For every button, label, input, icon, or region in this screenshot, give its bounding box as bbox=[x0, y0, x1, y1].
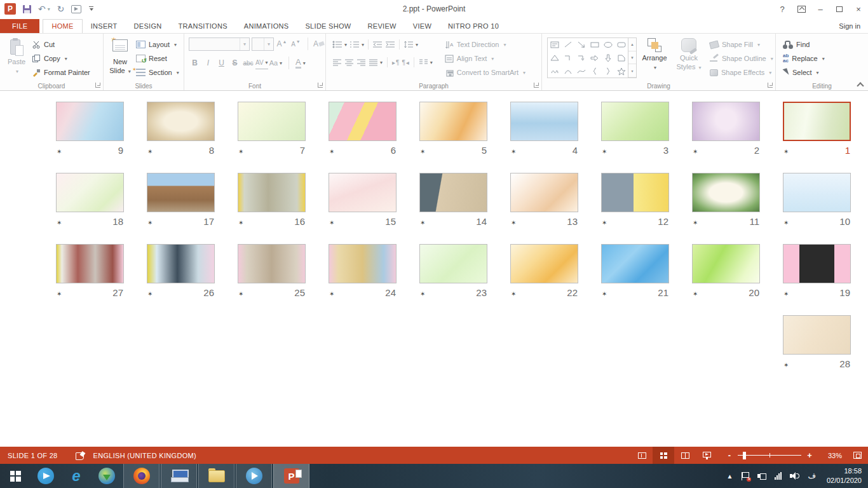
transition-star-icon[interactable]: ✶ bbox=[147, 219, 153, 226]
font-name-combo[interactable]: ▾ bbox=[189, 37, 250, 51]
slide-image-4[interactable] bbox=[510, 102, 578, 141]
shapes-gallery[interactable] bbox=[547, 37, 628, 78]
clear-formatting-button[interactable]: A bbox=[308, 37, 324, 50]
shape-arc[interactable] bbox=[563, 67, 573, 76]
transition-star-icon[interactable]: ✶ bbox=[693, 219, 698, 226]
taskbar-internet-explorer[interactable]: e bbox=[61, 464, 92, 488]
slide-image-13[interactable] bbox=[510, 173, 578, 212]
taskbar-download-manager[interactable] bbox=[92, 464, 122, 488]
slide-thumbnail-21[interactable]: ✶21 bbox=[601, 244, 669, 315]
slide-counter[interactable]: SLIDE 1 OF 28 bbox=[0, 452, 58, 459]
ltr-direction-button[interactable]: ▸¶ bbox=[391, 56, 400, 69]
justify-button[interactable]: ▾ bbox=[367, 56, 384, 69]
minimize-button[interactable]: – bbox=[811, 1, 830, 17]
tab-slide-show[interactable]: SLIDE SHOW bbox=[297, 19, 359, 33]
shape-left-brace[interactable] bbox=[590, 67, 600, 76]
shape-textbox[interactable] bbox=[550, 40, 560, 49]
shape-oval[interactable] bbox=[603, 40, 613, 49]
shape-triangle[interactable] bbox=[550, 53, 560, 62]
tray-expand-icon[interactable]: ▲ bbox=[727, 473, 733, 480]
slide-thumbnail-14[interactable]: ✶14 bbox=[419, 173, 487, 244]
slide-thumbnail-23[interactable]: ✶23 bbox=[419, 244, 487, 315]
zoom-out-button[interactable]: - bbox=[724, 451, 735, 460]
transition-star-icon[interactable]: ✶ bbox=[602, 290, 607, 297]
shape-fill-button[interactable]: Shape Fill▾ bbox=[708, 37, 775, 51]
shape-line[interactable] bbox=[563, 40, 573, 49]
slide-thumbnail-22[interactable]: ✶22 bbox=[510, 244, 578, 315]
slide-image-18[interactable] bbox=[56, 173, 124, 212]
underline-button[interactable]: U bbox=[215, 57, 227, 69]
align-text-button[interactable]: Align Text▾ bbox=[443, 51, 527, 65]
slide-image-20[interactable] bbox=[692, 244, 760, 283]
transition-star-icon[interactable]: ✶ bbox=[602, 148, 607, 155]
transition-star-icon[interactable]: ✶ bbox=[238, 148, 243, 155]
drawing-dialog-launcher[interactable] bbox=[768, 83, 773, 88]
fit-to-window-button[interactable] bbox=[853, 452, 862, 459]
reading-view-button[interactable] bbox=[674, 447, 696, 464]
slide-show-button[interactable] bbox=[696, 447, 717, 464]
slide-thumbnail-17[interactable]: ✶17 bbox=[147, 173, 215, 244]
transition-star-icon[interactable]: ✶ bbox=[693, 290, 698, 297]
paragraph-dialog-launcher[interactable] bbox=[534, 83, 539, 88]
slide-thumbnail-26[interactable]: ✶26 bbox=[147, 244, 215, 315]
taskbar-powerpoint-active[interactable]: P bbox=[273, 464, 309, 488]
input-language-indicator[interactable]: ف bbox=[808, 471, 815, 480]
tab-insert[interactable]: INSERT bbox=[83, 19, 126, 33]
close-button[interactable]: × bbox=[849, 1, 868, 17]
slide-thumbnail-19[interactable]: ✶19 bbox=[783, 244, 851, 315]
font-dialog-launcher[interactable] bbox=[318, 83, 323, 88]
shapes-more[interactable]: ▾ bbox=[628, 64, 636, 78]
new-slide-button[interactable]: ✶ NewSlide ▾ bbox=[106, 36, 134, 79]
slide-thumbnail-13[interactable]: ✶13 bbox=[510, 173, 578, 244]
slide-thumbnail-24[interactable]: ✶24 bbox=[329, 244, 397, 315]
transition-star-icon[interactable]: ✶ bbox=[420, 148, 425, 155]
language-indicator[interactable]: ENGLISH (UNITED KINGDOM) bbox=[93, 452, 196, 459]
shape-outline-button[interactable]: Shape Outline▾ bbox=[708, 51, 775, 65]
slide-image-2[interactable] bbox=[692, 102, 760, 141]
undo-dropdown-icon[interactable]: ▾ bbox=[48, 6, 50, 12]
shapes-scroll-up[interactable]: ▲ bbox=[628, 38, 636, 51]
character-spacing-button[interactable]: AV▾ bbox=[255, 57, 268, 69]
slide-thumbnail-8[interactable]: ✶8 bbox=[147, 102, 215, 173]
shape-curve[interactable] bbox=[576, 67, 587, 76]
taskbar-media-player[interactable] bbox=[236, 464, 272, 488]
slide-image-7[interactable] bbox=[238, 102, 306, 141]
bullets-button[interactable]: ▾ bbox=[331, 38, 348, 51]
strikethrough-button[interactable]: abc bbox=[242, 57, 254, 69]
transition-star-icon[interactable]: ✶ bbox=[511, 219, 516, 226]
start-slideshow-icon[interactable] bbox=[71, 5, 81, 13]
section-button[interactable]: Section▾ bbox=[134, 65, 181, 79]
select-button[interactable]: Select▾ bbox=[781, 65, 868, 79]
shape-scribble[interactable] bbox=[550, 67, 560, 76]
slide-thumbnail-7[interactable]: ✶7 bbox=[238, 102, 306, 173]
text-direction-button[interactable]: AText Direction▾ bbox=[443, 37, 527, 51]
transition-star-icon[interactable]: ✶ bbox=[602, 219, 607, 226]
tab-review[interactable]: REVIEW bbox=[360, 19, 405, 33]
align-left-button[interactable] bbox=[331, 56, 343, 69]
shape-arrow[interactable] bbox=[576, 40, 587, 49]
transition-star-icon[interactable]: ✶ bbox=[57, 148, 62, 155]
network-signal-icon[interactable] bbox=[775, 472, 782, 480]
slide-image-27[interactable] bbox=[56, 244, 124, 283]
slide-thumbnail-18[interactable]: ✶18 bbox=[56, 173, 124, 244]
taskbar-clock[interactable]: 18:5802/01/2020 bbox=[824, 466, 862, 485]
slide-image-16[interactable] bbox=[238, 173, 306, 212]
transition-star-icon[interactable]: ✶ bbox=[57, 290, 62, 297]
taskbar-file-explorer[interactable] bbox=[198, 464, 234, 488]
decrease-indent-button[interactable] bbox=[371, 38, 384, 51]
slide-image-11[interactable] bbox=[692, 173, 760, 212]
taskbar-telegram[interactable] bbox=[31, 464, 61, 488]
align-right-button[interactable] bbox=[355, 56, 367, 69]
restore-button[interactable] bbox=[830, 1, 849, 17]
slide-image-3[interactable] bbox=[601, 102, 669, 141]
transition-star-icon[interactable]: ✶ bbox=[783, 219, 789, 226]
transition-star-icon[interactable]: ✶ bbox=[329, 148, 334, 155]
slide-sorter-canvas[interactable]: ✶9✶8✶7✶6✶5✶4✶3✶2✶1✶18✶17✶16✶15✶14✶13✶12✶… bbox=[0, 92, 868, 447]
collapse-ribbon-button[interactable] bbox=[857, 81, 862, 86]
line-spacing-button[interactable]: ▾ bbox=[402, 38, 419, 51]
slide-image-15[interactable] bbox=[329, 173, 397, 212]
increase-indent-button[interactable] bbox=[384, 38, 397, 51]
zoom-slider[interactable] bbox=[738, 447, 801, 464]
slide-image-1[interactable] bbox=[783, 102, 851, 141]
slide-thumbnail-6[interactable]: ✶6 bbox=[329, 102, 397, 173]
